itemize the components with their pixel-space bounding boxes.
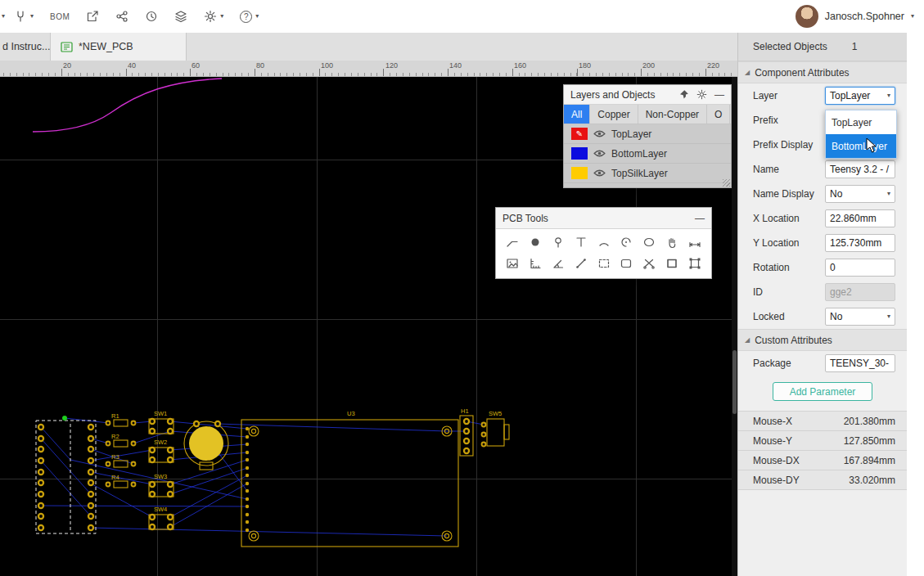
- locked-select[interactable]: No ▾: [825, 308, 895, 326]
- design-tools-button[interactable]: ▾: [7, 4, 41, 29]
- history-button[interactable]: [137, 4, 165, 29]
- tab-instructions[interactable]: d Instruc...: [0, 33, 51, 61]
- layers-tab-non-copper[interactable]: Non-Copper: [638, 105, 707, 124]
- dimension-tool[interactable]: [684, 233, 705, 251]
- export-button[interactable]: [79, 4, 106, 29]
- solid-region-tool[interactable]: [593, 254, 614, 272]
- section-title: Component Attributes: [755, 67, 849, 79]
- component-attributes-header[interactable]: ◢ Component Attributes: [738, 61, 907, 83]
- minimize-panel-button[interactable]: —: [695, 214, 705, 223]
- pin-panel-button[interactable]: [678, 89, 689, 100]
- field-label: Name Display: [753, 188, 814, 200]
- connection-tool[interactable]: [570, 254, 591, 272]
- layers-tab-all[interactable]: All: [564, 105, 590, 124]
- selected-objects-label: Selected Objects: [753, 41, 827, 52]
- layer-row-topsilklayer[interactable]: TopSilkLayer: [564, 164, 731, 183]
- chevron-down-icon[interactable]: ▾: [2, 13, 5, 20]
- pads[interactable]: [38, 418, 487, 531]
- layers-tab-others[interactable]: O: [707, 105, 730, 124]
- name-display-select[interactable]: No ▾: [825, 185, 895, 203]
- ellipse-icon: [642, 236, 656, 249]
- bom-label: BOM: [50, 12, 70, 21]
- share-button[interactable]: [108, 4, 136, 29]
- name-input[interactable]: Teensy 3.2 - /: [825, 160, 895, 178]
- arc-tool[interactable]: [593, 233, 614, 251]
- eye-icon[interactable]: [593, 149, 606, 158]
- cutout-tool[interactable]: [639, 254, 660, 272]
- layer-color-swatch[interactable]: [571, 167, 588, 179]
- field-label: Package: [753, 358, 791, 369]
- custom-attributes-header[interactable]: ◢ Custom Attributes: [738, 329, 907, 351]
- package-input[interactable]: TEENSY_30-: [825, 354, 895, 372]
- dropdown-option-bottomlayer[interactable]: BottomLayer: [826, 134, 896, 158]
- svg-text:SW3: SW3: [154, 473, 167, 480]
- via-tool[interactable]: [548, 233, 569, 251]
- layer-select[interactable]: TopLayer ▾: [825, 87, 895, 105]
- array-tool[interactable]: [684, 254, 705, 272]
- ruler-tick: 80: [256, 61, 264, 70]
- layers-tab-copper[interactable]: Copper: [590, 105, 638, 124]
- origin-dot: [62, 416, 67, 421]
- eye-icon[interactable]: [593, 169, 606, 178]
- battery-footprint[interactable]: [189, 426, 223, 461]
- measure-tool[interactable]: [525, 254, 546, 272]
- svg-text:R3: R3: [111, 453, 119, 461]
- dropdown-option-toplayer[interactable]: TopLayer: [826, 110, 896, 134]
- collapse-icon: ◢: [745, 336, 750, 344]
- right-gutter: [907, 33, 924, 576]
- track-tool[interactable]: [503, 233, 523, 251]
- array-icon: [688, 257, 701, 270]
- add-parameter-button[interactable]: Add Parameter: [773, 382, 872, 401]
- panel-settings-button[interactable]: [696, 89, 707, 100]
- angle-tool[interactable]: [548, 254, 569, 272]
- pcb-tools-header[interactable]: PCB Tools —: [496, 208, 711, 229]
- tab-label: d Instruc...: [2, 41, 50, 52]
- ellipse-tool[interactable]: [639, 233, 660, 251]
- layer-color-swatch[interactable]: [571, 147, 588, 160]
- scrollbar-thumb[interactable]: [732, 350, 737, 414]
- layer-row-bottomlayer[interactable]: BottomLayer: [564, 144, 731, 164]
- layer-manager-button[interactable]: [167, 4, 195, 29]
- pcb-canvas[interactable]: R1 R2 R3 R4 SW1 SW2 SW3 SW4 U3 H1 SW5: [0, 77, 737, 576]
- svg-text:R2: R2: [111, 433, 119, 440]
- mouse-dy-row: Mouse-DY 33.020mm: [738, 470, 907, 490]
- mouse-cursor: [866, 137, 877, 154]
- pcb-tools-row-2: [503, 254, 705, 272]
- help-button[interactable]: ? ▾: [232, 4, 266, 29]
- minimize-panel-button[interactable]: —: [714, 90, 724, 100]
- rect-tool[interactable]: [661, 254, 682, 272]
- readout-label: Mouse-Y: [753, 435, 792, 447]
- settings-button[interactable]: ▾: [196, 4, 231, 29]
- tab-new-pcb[interactable]: *NEW_PCB: [51, 33, 187, 61]
- x-location-input[interactable]: 22.860mm: [825, 209, 895, 227]
- circle-tool[interactable]: [525, 233, 546, 251]
- tab-label: *NEW_PCB: [79, 41, 133, 52]
- image-tool[interactable]: [503, 254, 523, 272]
- text-tool[interactable]: [570, 233, 591, 251]
- layers-panel-header[interactable]: Layers and Objects —: [564, 85, 731, 105]
- canvas-vertical-scrollbar[interactable]: [732, 77, 737, 576]
- svg-text:H1: H1: [461, 407, 469, 415]
- arc-center-tool[interactable]: [616, 233, 637, 251]
- easyeda-pcb-editor: ▾ ▾ BOM ▾ ? ▾ Janosch.Spohner: [0, 0, 924, 576]
- y-location-input[interactable]: 125.730mm: [825, 234, 895, 252]
- top-toolbar: ▾ ▾ BOM ▾ ? ▾ Janosch.Spohner: [0, 0, 924, 33]
- editor-area: d Instruc... *NEW_PCB 20 40 60 80 100 12…: [0, 33, 737, 576]
- chevron-down-icon: ▾: [30, 13, 34, 20]
- layer-row-toplayer[interactable]: ✎ TopLayer: [564, 124, 731, 144]
- rotation-input[interactable]: 0: [825, 259, 895, 277]
- svg-text:R4: R4: [111, 474, 119, 481]
- dip-footprint-outline[interactable]: [36, 421, 96, 533]
- drag-tool[interactable]: [661, 233, 682, 251]
- layer-color-swatch[interactable]: ✎: [571, 128, 588, 140]
- bom-button[interactable]: BOM: [43, 4, 77, 29]
- copper-area-tool[interactable]: [616, 254, 637, 272]
- ruler-tick: 100: [321, 61, 333, 70]
- collapse-icon: ◢: [745, 69, 750, 76]
- user-menu[interactable]: Janosch.Spohner ▾: [796, 5, 914, 28]
- eye-icon[interactable]: [593, 129, 606, 138]
- board-outline-arc[interactable]: [33, 79, 222, 132]
- package-field-row: Package TEENSY_30-: [738, 351, 907, 376]
- cutout-icon: [642, 257, 656, 270]
- readout-value: 33.020mm: [849, 475, 895, 486]
